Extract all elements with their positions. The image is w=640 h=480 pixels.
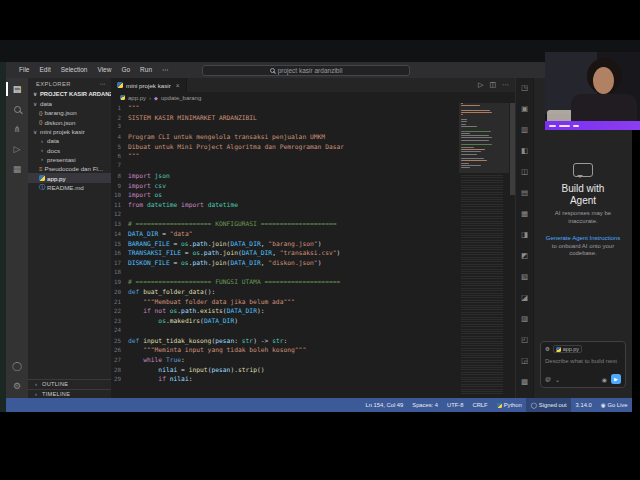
status-python[interactable]: Python bbox=[492, 398, 526, 412]
status-spaces-4[interactable]: Spaces: 4 bbox=[408, 398, 443, 412]
chat-welcome: Build with Agent AI responses may be ina… bbox=[534, 163, 632, 258]
tree-item-diskon-json[interactable]: {}diskon.json bbox=[28, 118, 111, 127]
search-icon[interactable] bbox=[14, 106, 21, 113]
code-line: 26 """Meminta input yang tidak boleh kos… bbox=[111, 345, 453, 355]
status-3-14-0[interactable]: 3.14.0 bbox=[571, 398, 596, 412]
menu-item-view[interactable]: View bbox=[92, 62, 116, 78]
model-picker-icon[interactable]: ⌄ bbox=[555, 376, 560, 383]
code-line: 9import csv bbox=[111, 181, 453, 191]
toolbar-icon[interactable]: ▩ bbox=[521, 377, 528, 386]
person-face bbox=[593, 67, 614, 94]
tree-item-docs[interactable]: ›docs bbox=[28, 145, 111, 154]
tree-item-label: data bbox=[40, 100, 52, 107]
toolbar-icon[interactable]: ◧ bbox=[521, 146, 528, 155]
source-control-icon[interactable]: ⋔ bbox=[13, 124, 21, 134]
more-icon[interactable]: ⋯ bbox=[502, 81, 509, 89]
code-line: 10import os bbox=[111, 190, 453, 200]
chat-title: Build with Agent bbox=[554, 183, 612, 206]
python-icon bbox=[39, 175, 45, 181]
toolbar-icon[interactable]: ▣ bbox=[521, 104, 528, 113]
status-crlf[interactable]: CRLF bbox=[468, 398, 492, 412]
minimap[interactable] bbox=[461, 103, 507, 398]
toolbar-icon[interactable]: ◩ bbox=[521, 251, 528, 260]
sidebar-sections: ›OUTLINE›TIMELINE bbox=[28, 379, 111, 398]
status-signed-out[interactable]: ◯Signed out bbox=[526, 398, 571, 412]
mic-icon[interactable]: ◉ bbox=[602, 376, 607, 383]
menu-item-go[interactable]: Go bbox=[116, 62, 135, 78]
status-go-live[interactable]: ◉Go Live bbox=[596, 398, 632, 412]
tree-item-data[interactable]: ∨data bbox=[28, 99, 111, 108]
breadcrumb-item[interactable]: update_barang bbox=[161, 95, 201, 101]
workspace-header[interactable]: ∨ PROJECT KASIR ARDANZI... bbox=[28, 89, 111, 99]
split-editor-icon[interactable]: ◫ bbox=[489, 81, 496, 89]
close-icon[interactable]: × bbox=[176, 82, 180, 89]
status-label: CRLF bbox=[472, 402, 487, 408]
command-center-search[interactable]: project kasir ardanzibil bbox=[202, 65, 410, 76]
toolbar-icon[interactable]: ▥ bbox=[521, 125, 528, 134]
toolbar-icon[interactable]: ◪ bbox=[521, 293, 528, 302]
activity-search[interactable] bbox=[6, 99, 28, 119]
toolbar-icon[interactable]: ◨ bbox=[521, 230, 528, 239]
activity-explorer[interactable]: ▤ bbox=[6, 79, 28, 99]
line-number: 21 bbox=[111, 298, 128, 308]
tools-icon[interactable]: ⚙ bbox=[545, 346, 550, 352]
editor-tab[interactable]: mini projek kasir × bbox=[111, 78, 187, 92]
status-ln-154-col-49[interactable]: Ln 154, Col 49 bbox=[361, 398, 408, 412]
send-button[interactable]: ▶ bbox=[611, 374, 621, 384]
generate-instructions-link[interactable]: Generate Agent Instructions bbox=[546, 235, 620, 241]
workspace-name: PROJECT KASIR ARDANZI... bbox=[40, 91, 111, 97]
menu-item-selection[interactable]: Selection bbox=[56, 62, 93, 78]
toolbar-icon[interactable]: ◲ bbox=[521, 356, 528, 365]
tree-item-presentasi[interactable]: ›presentasi bbox=[28, 155, 111, 164]
run-icon[interactable]: ▷ bbox=[478, 81, 483, 89]
toolbar-icon[interactable]: ▧ bbox=[521, 272, 528, 281]
code-line: 29 if nilai: bbox=[111, 374, 453, 384]
menu-item-file[interactable]: File bbox=[14, 62, 34, 78]
chevron-right-icon: › bbox=[33, 391, 39, 397]
extensions-icon[interactable]: ▦ bbox=[13, 164, 22, 174]
section-outline[interactable]: ›OUTLINE bbox=[28, 379, 111, 389]
code-editor[interactable]: 1"""2SISTEM KASIR MINIMARKET ARDANZIBIL3… bbox=[111, 103, 453, 398]
status-utf-8[interactable]: UTF-8 bbox=[443, 398, 468, 412]
activity-run-and-debug[interactable]: ▷ bbox=[6, 139, 28, 159]
activity-source-control[interactable]: ⋔ bbox=[6, 119, 28, 139]
more-icon[interactable]: ⋯ bbox=[100, 81, 106, 87]
tree-item-readme-md[interactable]: ⓘREADME.md bbox=[28, 183, 111, 192]
tree-item-app-py[interactable]: app.py bbox=[28, 173, 111, 182]
activity-extensions[interactable]: ▦ bbox=[6, 159, 28, 179]
section-timeline[interactable]: ›TIMELINE bbox=[28, 389, 111, 399]
mention-icon[interactable]: @ bbox=[545, 376, 551, 382]
code-line: 27 while True: bbox=[111, 355, 453, 365]
breadcrumb-item[interactable]: app.py bbox=[128, 95, 146, 101]
menu-item-run[interactable]: Run bbox=[135, 62, 157, 78]
activity-settings[interactable]: ⚙ bbox=[6, 376, 28, 396]
toolbar-icon[interactable]: ▦ bbox=[521, 209, 528, 218]
title-bar: FileEditSelectionViewGoRun⋯ project kasi… bbox=[6, 62, 632, 78]
toolbar-icon[interactable]: ◳ bbox=[521, 83, 528, 92]
line-number: 12 bbox=[111, 210, 128, 220]
toolbar-icon[interactable]: ▤ bbox=[521, 188, 528, 197]
toolbar-icon[interactable]: ◫ bbox=[521, 167, 528, 176]
line-number: 13 bbox=[111, 220, 128, 230]
tree-item-mini-projek-kasir[interactable]: ∨mini projek kasir bbox=[28, 127, 111, 136]
toolbar-icon[interactable]: ◰ bbox=[521, 335, 528, 344]
context-chip[interactable]: app.py bbox=[553, 345, 582, 353]
toolbar-icon[interactable]: ▨ bbox=[521, 314, 528, 323]
account-icon[interactable]: ◯ bbox=[12, 361, 22, 371]
settings-icon[interactable]: ⚙ bbox=[13, 381, 21, 391]
menu-item-edit[interactable]: Edit bbox=[34, 62, 55, 78]
tree-item-label: data bbox=[47, 137, 59, 144]
tree-item-pseudocode-dan-fl-[interactable]: ≡Pseudocode dan Fl... bbox=[28, 164, 111, 173]
activity-account[interactable]: ◯ bbox=[6, 356, 28, 376]
tree-item-label: Pseudocode dan Fl... bbox=[45, 165, 103, 172]
chat-input-box[interactable]: ⚙ app.py Describe what to build next @ ⌄… bbox=[540, 341, 626, 388]
tree-item-data[interactable]: ›data bbox=[28, 136, 111, 145]
file-icon bbox=[117, 82, 123, 88]
run-and-debug-icon[interactable]: ▷ bbox=[14, 144, 21, 154]
status-label: 3.14.0 bbox=[576, 402, 592, 408]
tree-item-barang-json[interactable]: {}barang.json bbox=[28, 108, 111, 117]
menu-item-[interactable]: ⋯ bbox=[157, 62, 174, 78]
explorer-icon[interactable]: ▤ bbox=[13, 84, 22, 94]
line-number: 22 bbox=[111, 307, 128, 317]
status-label: Go Live bbox=[608, 402, 628, 408]
